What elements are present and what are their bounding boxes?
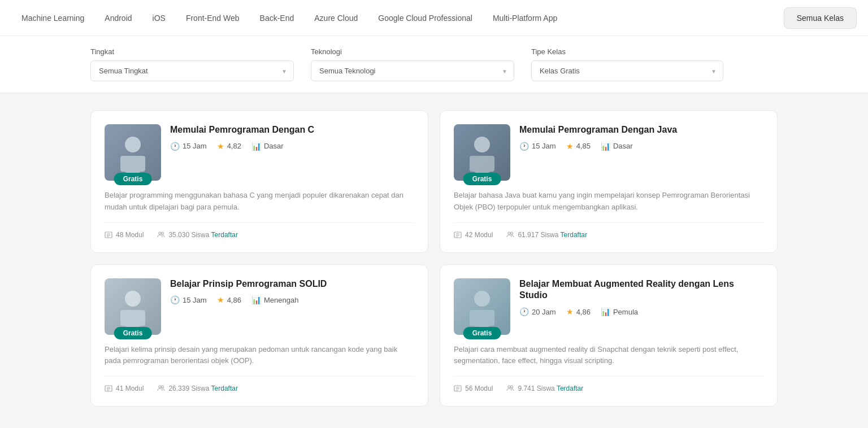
duration-meta: 🕐 15 Jam: [170, 295, 207, 304]
course-thumbnail: Gratis: [105, 124, 161, 181]
nav-item-android[interactable]: Android: [94, 14, 142, 23]
tingkat-label: Tingkat: [90, 47, 294, 56]
card-footer: 42 Modul 61.917 Siswa Terdaftar: [454, 222, 763, 239]
students-info: 61.917 Siswa Terdaftar: [506, 231, 587, 239]
card-footer: 41 Modul 26.339 Siswa Terdaftar: [105, 376, 414, 392]
students-count: 61.917 Siswa Terdaftar: [518, 231, 587, 239]
gratis-badge: Gratis: [114, 173, 152, 185]
clock-icon: 🕐: [519, 142, 529, 151]
filter-bar: Tingkat Semua Tingkat Teknologi Semua Te…: [0, 36, 868, 93]
card-top: Gratis Memulai Pemrograman Dengan C 🕐 15…: [105, 124, 414, 181]
svg-point-7: [159, 232, 161, 234]
star-icon: ★: [566, 307, 574, 316]
modules-info: 41 Modul: [105, 385, 144, 392]
rating-value: 4,85: [576, 142, 591, 150]
nav-item-gcp[interactable]: Google Cloud Professional: [368, 14, 483, 23]
svg-point-26: [162, 386, 164, 388]
level-value: Dasar: [613, 142, 633, 150]
svg-point-18: [125, 291, 141, 307]
teknologi-filter-group: Teknologi Semua Teknologi: [311, 47, 514, 81]
svg-rect-11: [470, 156, 494, 172]
clock-icon: 🕐: [519, 307, 529, 316]
students-icon: [506, 231, 514, 239]
level-meta: 📊 Dasar: [251, 142, 284, 151]
card-info: Memulai Pemrograman Dengan Java 🕐 15 Jam…: [519, 124, 763, 151]
duration-meta: 🕐 20 Jam: [519, 307, 556, 316]
rating-meta: ★ 4,85: [566, 142, 591, 151]
duration-value: 15 Jam: [183, 296, 207, 304]
course-title: Belajar Prinsip Pemrograman SOLID: [170, 278, 414, 290]
course-title: Memulai Pemrograman Dengan Java: [519, 124, 763, 136]
card-info: Belajar Prinsip Pemrograman SOLID 🕐 15 J…: [170, 278, 414, 305]
star-icon: ★: [566, 142, 574, 151]
semua-kelas-button[interactable]: Semua Kelas: [784, 7, 857, 29]
rating-value: 4,82: [227, 142, 241, 150]
navigation: Machine Learning Android iOS Front-End W…: [0, 0, 868, 36]
level-value: Menengah: [264, 296, 298, 304]
course-grid: Gratis Memulai Pemrograman Dengan C 🕐 15…: [0, 93, 868, 423]
tingkat-select[interactable]: Semua Tingkat: [90, 60, 294, 81]
course-card-java[interactable]: Gratis Memulai Pemrograman Dengan Java 🕐…: [440, 110, 778, 253]
students-info: 26.339 Siswa Terdaftar: [157, 385, 238, 392]
course-card-c[interactable]: Gratis Memulai Pemrograman Dengan C 🕐 15…: [90, 110, 428, 253]
level-meta: 📊 Menengah: [251, 295, 298, 304]
nav-item-azure[interactable]: Azure Cloud: [304, 14, 368, 23]
svg-point-34: [508, 386, 510, 388]
modules-info: 56 Modul: [454, 385, 493, 392]
course-description: Pelajari cara membuat augmented reality …: [454, 344, 763, 368]
card-top: Gratis Memulai Pemrograman Dengan Java 🕐…: [454, 124, 763, 181]
course-thumbnail: Gratis: [454, 278, 510, 335]
nav-item-frontend[interactable]: Front-End Web: [176, 14, 250, 23]
nav-item-backend[interactable]: Back-End: [250, 14, 305, 23]
students-icon: [506, 385, 514, 392]
students-icon: [157, 231, 165, 239]
course-card-ar[interactable]: Gratis Belajar Membuat Augmented Reality…: [440, 264, 778, 407]
card-top: Gratis Belajar Prinsip Pemrograman SOLID…: [105, 278, 414, 335]
svg-rect-20: [120, 310, 145, 326]
card-info: Belajar Membuat Augmented Reality dengan…: [519, 278, 763, 317]
card-info: Memulai Pemrograman Dengan C 🕐 15 Jam ★ …: [170, 124, 414, 151]
modules-icon: [105, 385, 112, 392]
star-icon: ★: [217, 142, 224, 151]
nav-item-ios[interactable]: iOS: [142, 14, 176, 23]
teknologi-label: Teknologi: [311, 47, 514, 56]
course-thumbnail: Gratis: [454, 124, 510, 181]
course-thumbnail: Gratis: [105, 278, 161, 335]
bar-chart-icon: 📊: [601, 142, 610, 151]
duration-value: 15 Jam: [183, 142, 207, 150]
modules-count: 48 Modul: [116, 231, 144, 239]
students-info: 9.741 Siswa Terdaftar: [506, 385, 583, 392]
tipe-select[interactable]: Kelas Gratis: [531, 60, 723, 81]
gratis-badge: Gratis: [463, 327, 501, 339]
course-meta: 🕐 20 Jam ★ 4,86 📊 Pemula: [519, 307, 763, 316]
rating-meta: ★ 4,86: [217, 295, 241, 304]
course-description: Belajar bahasa Java buat kamu yang ingin…: [454, 190, 763, 213]
card-top: Gratis Belajar Membuat Augmented Reality…: [454, 278, 763, 335]
level-meta: 📊 Pemula: [601, 307, 638, 316]
tipe-label: Tipe Kelas: [531, 47, 723, 56]
teknologi-select[interactable]: Semua Teknologi: [311, 60, 514, 81]
nav-item-multiplatform[interactable]: Multi-Platform App: [483, 14, 567, 23]
students-icon: [157, 385, 165, 392]
nav-item-ml[interactable]: Machine Learning: [11, 14, 94, 23]
bar-chart-icon: 📊: [251, 142, 261, 151]
bar-chart-icon: 📊: [601, 307, 610, 316]
svg-point-0: [125, 137, 141, 152]
modules-count: 41 Modul: [116, 385, 144, 392]
course-description: Pelajari kelima prinsip desain yang meru…: [105, 344, 414, 368]
level-value: Dasar: [264, 142, 284, 150]
tingkat-filter-group: Tingkat Semua Tingkat: [90, 47, 294, 81]
rating-value: 4,86: [576, 308, 591, 316]
svg-point-25: [159, 386, 161, 388]
duration-meta: 🕐 15 Jam: [519, 142, 556, 151]
students-count: 9.741 Siswa Terdaftar: [518, 385, 583, 392]
level-meta: 📊 Dasar: [601, 142, 633, 151]
course-meta: 🕐 15 Jam ★ 4,82 📊 Dasar: [170, 142, 414, 151]
duration-meta: 🕐 15 Jam: [170, 142, 207, 151]
course-card-solid[interactable]: Gratis Belajar Prinsip Pemrograman SOLID…: [90, 264, 428, 407]
svg-point-35: [511, 386, 513, 388]
modules-info: 42 Modul: [454, 231, 493, 239]
gratis-badge: Gratis: [463, 173, 501, 185]
modules-count: 56 Modul: [465, 385, 493, 392]
course-meta: 🕐 15 Jam ★ 4,85 📊 Dasar: [519, 142, 763, 151]
